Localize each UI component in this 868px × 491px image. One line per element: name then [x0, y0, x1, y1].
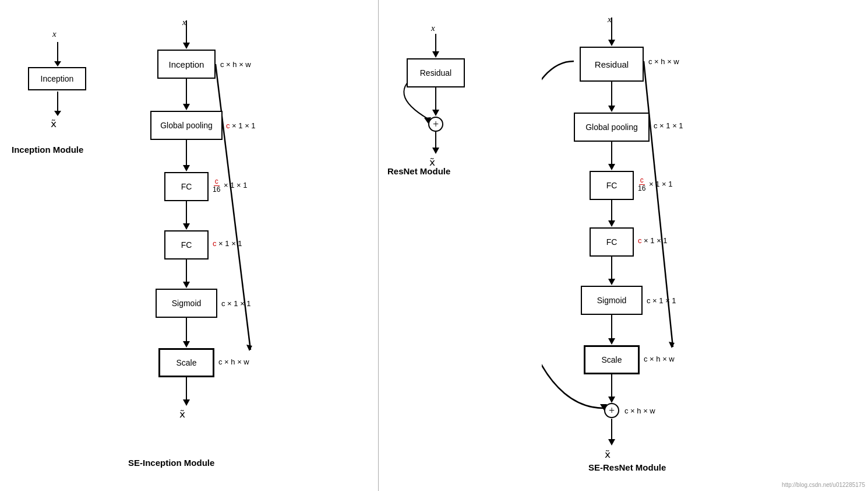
dim-after-fc1: c 16 × 1 × 1	[213, 178, 247, 194]
svg-marker-11	[183, 341, 190, 348]
se-resnet-arrows	[542, 15, 845, 481]
dim-after-global: c × 1 × 1	[226, 121, 256, 130]
se-resnet-module-label: SE-ResNet Module	[588, 462, 666, 472]
se-resnet-dim-fc1: c 16 × 1 × 1	[638, 177, 672, 192]
dim-after-fc2: c × 1 × 1	[213, 239, 242, 248]
inception-module-label: Inception Module	[12, 145, 83, 155]
se-resnet-output-xtilde: x̃	[605, 448, 611, 461]
resnet-simple-arrows	[396, 23, 513, 175]
se-scale-box: Scale	[158, 348, 214, 377]
watermark: http://blog.csdn.net/u012285175	[782, 482, 865, 488]
se-resnet-dim-scale: c × h × w	[644, 355, 675, 363]
svg-marker-36	[608, 397, 615, 403]
se-resnet-global-pooling-box: Global pooling	[574, 113, 650, 142]
right-half: x Residual +	[379, 0, 868, 491]
resnet-residual-box: Residual	[407, 58, 465, 87]
se-resnet-module: x Residual c × h × w Global pooling c × …	[542, 15, 845, 481]
svg-marker-13	[183, 399, 190, 406]
se-resnet-residual-box: Residual	[580, 47, 644, 82]
se-resnet-fc1-box: FC	[590, 171, 634, 200]
se-resnet-dim-global: c × 1 × 1	[654, 121, 683, 130]
se-inception-output-xtilde: x̃	[179, 408, 185, 420]
svg-marker-32	[608, 279, 615, 285]
resnet-input-x: x	[431, 23, 435, 33]
svg-marker-21	[432, 148, 439, 154]
se-inception-input-x: x	[182, 17, 186, 27]
svg-marker-40	[669, 342, 675, 348]
inception-input-x: x	[52, 29, 57, 39]
se-resnet-dim-sigmoid: c × 1 × 1	[647, 296, 676, 305]
se-inception-module-label: SE-Inception Module	[128, 458, 214, 468]
svg-marker-5	[183, 165, 190, 171]
se-resnet-circle-plus: +	[604, 403, 619, 418]
dim-after-scale: c × h × w	[218, 357, 249, 366]
svg-marker-3	[183, 104, 190, 110]
svg-marker-26	[608, 106, 615, 112]
svg-marker-28	[608, 164, 615, 170]
dim-after-inception: c × h × w	[220, 60, 251, 69]
se-resnet-input-x: x	[608, 15, 612, 24]
se-inception-arrows	[117, 17, 350, 455]
se-resnet-dim-residual: c × h × w	[648, 57, 679, 66]
dim-after-sigmoid: c × 1 × 1	[221, 299, 251, 308]
svg-marker-9	[183, 282, 190, 288]
inception-output-xtilde: x̃	[51, 118, 57, 130]
inception-box-simple: Inception	[28, 67, 86, 90]
svg-marker-34	[608, 338, 615, 345]
svg-marker-38	[608, 439, 615, 446]
main-container: x Inception x̃ Inception Module	[0, 0, 868, 491]
se-global-pooling-box: Global pooling	[150, 111, 223, 140]
se-resnet-scale-box: Scale	[584, 345, 640, 374]
svg-marker-19	[432, 110, 439, 116]
left-half: x Inception x̃ Inception Module	[0, 0, 379, 491]
svg-marker-17	[432, 51, 439, 58]
se-resnet-sigmoid-box: Sigmoid	[581, 286, 643, 315]
svg-marker-30	[608, 220, 615, 227]
se-resnet-dim-add: c × h × w	[624, 406, 655, 415]
resnet-circle-plus: +	[428, 117, 443, 132]
resnet-module-label: ResNet Module	[387, 166, 450, 176]
se-fc2-box: FC	[164, 230, 209, 259]
se-inception-box: Inception	[157, 50, 216, 79]
svg-marker-15	[246, 345, 252, 351]
se-sigmoid-box: Sigmoid	[156, 289, 217, 318]
svg-marker-1	[183, 43, 190, 49]
svg-marker-7	[183, 223, 190, 230]
se-fc1-box: FC	[164, 172, 209, 201]
svg-marker-24	[608, 40, 615, 46]
se-resnet-dim-fc2: c × 1 × 1	[638, 236, 668, 245]
se-resnet-fc2-box: FC	[590, 227, 634, 257]
